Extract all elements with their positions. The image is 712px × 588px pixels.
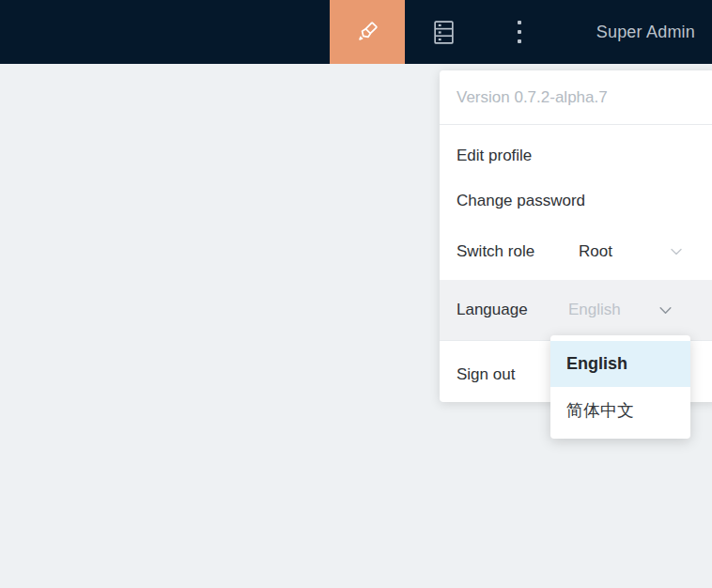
user-name-label: Super Admin xyxy=(596,23,695,42)
menu-item-label: Change password xyxy=(457,192,585,210)
switch-role-value[interactable]: Root xyxy=(579,242,612,261)
app-root: { "colors": { "header_bg": "#05182b", "a… xyxy=(0,0,712,588)
user-menu-trigger[interactable]: Super Admin xyxy=(596,0,695,64)
language-option-simplified-chinese[interactable]: 简体中文 xyxy=(550,387,690,433)
chevron-down-icon xyxy=(669,244,684,259)
language-select-dropdown: English 简体中文 xyxy=(550,335,690,439)
menu-item-edit-profile[interactable]: Edit profile xyxy=(440,133,712,178)
kebab-menu-icon xyxy=(518,21,521,43)
chevron-down-icon xyxy=(658,302,673,318)
menu-item-label: Language xyxy=(457,301,528,319)
language-value[interactable]: English xyxy=(568,301,621,319)
language-option-label: English xyxy=(566,354,627,374)
top-navbar: Super Admin xyxy=(0,0,712,64)
annotate-button[interactable] xyxy=(330,0,405,64)
version-label: Version 0.7.2-alpha.7 xyxy=(440,70,712,125)
menu-item-label: Edit profile xyxy=(457,147,532,165)
menu-item-change-password[interactable]: Change password xyxy=(440,178,712,224)
more-menu-button[interactable] xyxy=(497,0,542,64)
menu-item-label: Sign out xyxy=(457,365,515,384)
menu-item-label: Switch role xyxy=(457,242,534,261)
menu-item-switch-role[interactable]: Switch role Root xyxy=(440,229,712,274)
mark-pen-icon xyxy=(354,19,380,45)
language-option-english[interactable]: English xyxy=(550,341,690,387)
language-option-label: 简体中文 xyxy=(566,399,634,422)
logs-button[interactable] xyxy=(421,0,466,64)
menu-item-language[interactable]: Language English xyxy=(440,280,712,340)
logs-icon xyxy=(432,20,456,45)
